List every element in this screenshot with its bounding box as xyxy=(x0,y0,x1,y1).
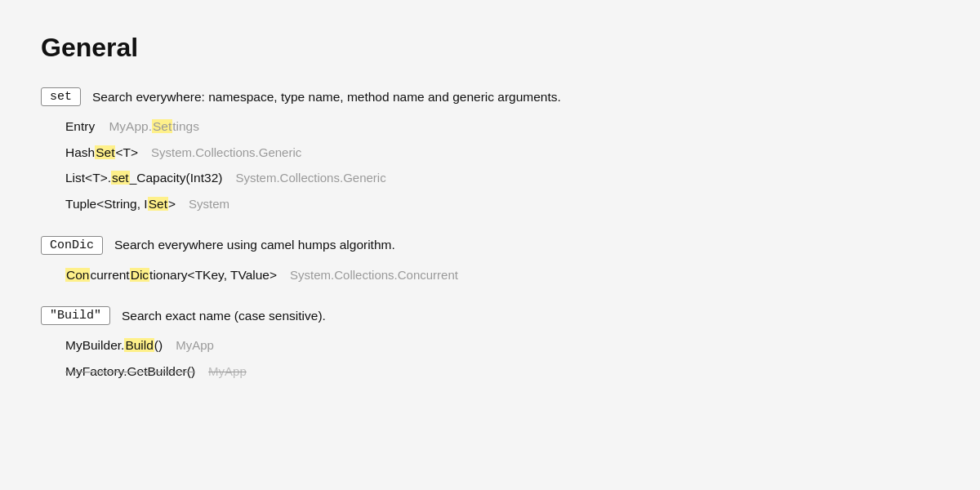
myfactory-full: MyFactory.GetBuilder() xyxy=(65,364,195,378)
tuple-iset-highlight: Set xyxy=(148,197,168,211)
tag-set: set xyxy=(41,87,81,106)
result-list-set-capacity: List<T>.set_Capacity(Int32) System.Colle… xyxy=(65,169,939,187)
tag-condic: ConDic xyxy=(41,236,103,255)
result-condic-namespace: System.Collections.Concurrent xyxy=(290,266,458,283)
section-condic-results: ConcurrentDictionary<TKey, TValue> Syste… xyxy=(65,266,939,284)
tag-build: "Build" xyxy=(41,306,110,325)
result-hashset-name: HashSet<T> xyxy=(65,144,138,162)
result-myfactory-namespace: MyApp xyxy=(208,363,247,380)
result-list-namespace: System.Collections.Generic xyxy=(235,169,385,186)
result-entry: Entry MyApp.Settings xyxy=(65,118,939,136)
section-build-results: MyBuilder.Build() MyApp MyFactory.GetBui… xyxy=(65,336,939,380)
result-condic-name: ConcurrentDictionary<TKey, TValue> xyxy=(65,266,277,284)
section-build-header: "Build" Search exact name (case sensitiv… xyxy=(41,306,939,325)
hashset-suffix: <T> xyxy=(115,145,138,159)
condic-current: current xyxy=(90,268,129,282)
hashset-set-highlight: Set xyxy=(95,145,115,159)
condic-suffix: tionary<TKey, TValue> xyxy=(149,268,277,282)
entry-tings: tings xyxy=(172,119,199,133)
list-set-highlight: set xyxy=(111,171,130,185)
result-hashset-namespace: System.Collections.Generic xyxy=(151,144,301,161)
result-hashset: HashSet<T> System.Collections.Generic xyxy=(65,144,939,162)
section-condic-description: Search everywhere using camel humps algo… xyxy=(114,238,395,252)
entry-label: Entry xyxy=(65,119,95,133)
result-concurrent-dict: ConcurrentDictionary<TKey, TValue> Syste… xyxy=(65,266,939,284)
mybuilder-build-highlight: Build xyxy=(124,338,154,352)
result-myfactory-name: MyFactory.GetBuilder() xyxy=(65,363,195,381)
page-title: General xyxy=(41,33,939,63)
tuple-suffix: > xyxy=(168,197,176,211)
list-suffix: _Capacity(Int32) xyxy=(130,171,223,185)
section-condic-header: ConDic Search everywhere using camel hum… xyxy=(41,236,939,255)
condic-con-highlight: Con xyxy=(65,268,90,282)
hashset-prefix: Hash xyxy=(65,145,95,159)
section-set-description: Search everywhere: namespace, type name,… xyxy=(92,90,561,105)
mybuilder-suffix: () xyxy=(154,338,163,352)
result-entry-name: Entry MyApp.Settings xyxy=(65,118,199,136)
result-tuple-namespace: System xyxy=(189,195,229,212)
section-set-results: Entry MyApp.Settings HashSet<T> System.C… xyxy=(65,118,939,213)
section-build-description: Search exact name (case sensitive). xyxy=(122,309,326,323)
result-list-name: List<T>.set_Capacity(Int32) xyxy=(65,169,222,187)
section-set: set Search everywhere: namespace, type n… xyxy=(41,87,939,213)
section-set-header: set Search everywhere: namespace, type n… xyxy=(41,87,939,106)
condic-dic-highlight: Dic xyxy=(130,268,149,282)
result-mybuilder-namespace: MyApp xyxy=(176,336,214,354)
entry-set-highlight: Set xyxy=(152,119,172,133)
mybuilder-prefix: MyBuilder. xyxy=(65,338,124,352)
section-build: "Build" Search exact name (case sensitiv… xyxy=(41,306,939,380)
result-tuple-iset: Tuple<String, ISet> System xyxy=(65,195,939,213)
entry-myapp: MyApp. xyxy=(109,119,152,133)
result-mybuilder-name: MyBuilder.Build() xyxy=(65,336,163,354)
tuple-prefix: Tuple<String, I xyxy=(65,197,148,211)
list-prefix: List<T>. xyxy=(65,171,111,185)
result-myfactory: MyFactory.GetBuilder() MyApp xyxy=(65,363,939,381)
result-mybuilder: MyBuilder.Build() MyApp xyxy=(65,336,939,354)
section-condic: ConDic Search everywhere using camel hum… xyxy=(41,236,939,284)
result-tuple-name: Tuple<String, ISet> xyxy=(65,195,176,213)
